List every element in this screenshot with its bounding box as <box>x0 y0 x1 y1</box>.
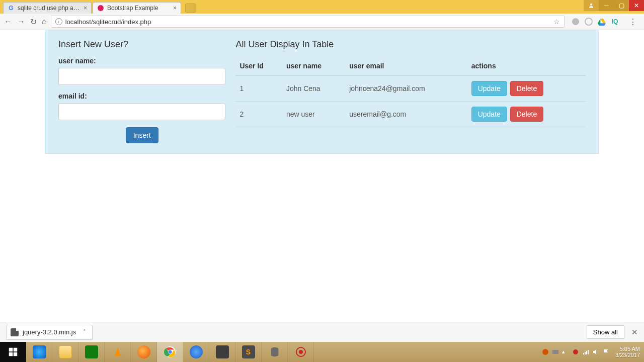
tray-icon[interactable] <box>552 348 559 355</box>
browser-titlebar: G sqlite crud use php and l × Bootstrap … <box>0 0 644 14</box>
cell-name: new user <box>282 102 345 127</box>
cell-id: 1 <box>235 75 282 102</box>
username-input[interactable] <box>58 68 225 85</box>
taskbar-chrome-icon[interactable] <box>157 342 183 362</box>
taskbar-store-icon[interactable] <box>78 342 105 362</box>
bookmark-star-icon[interactable]: ☆ <box>553 18 560 26</box>
col-userid: User Id <box>235 57 282 75</box>
start-button[interactable] <box>0 342 26 362</box>
table-row: 1 John Cena johncena24@gmail.com Update … <box>235 75 586 102</box>
svg-point-9 <box>168 350 172 354</box>
tab-label: Bootstrap Example <box>107 5 171 12</box>
chrome-user-icon[interactable] <box>584 0 599 11</box>
extension-icon[interactable] <box>572 18 580 26</box>
tray-record-icon[interactable] <box>572 348 579 355</box>
form-heading: Insert New User? <box>58 39 225 50</box>
svg-rect-21 <box>588 350 589 354</box>
user-table-section: All User Display In Table User Id user n… <box>230 39 591 143</box>
windows-taskbar: S ▴ 5:05 AM 3/23/2017 <box>0 342 644 362</box>
update-button[interactable]: Update <box>471 107 507 122</box>
download-item[interactable]: jquery-3.2.0.min.js ˄ <box>6 325 93 340</box>
svg-point-1 <box>572 18 579 25</box>
new-tab-button[interactable] <box>185 4 196 13</box>
clock-date: 3/23/2017 <box>615 352 640 358</box>
cell-actions: Update Delete <box>467 75 586 102</box>
taskbar-db-icon[interactable] <box>262 342 288 362</box>
svg-rect-3 <box>9 348 13 352</box>
url-text: localhost/sqlitecrud/index.php <box>65 18 151 26</box>
svg-rect-18 <box>583 353 584 354</box>
svg-point-12 <box>271 354 278 357</box>
email-input[interactable] <box>58 103 225 120</box>
svg-point-17 <box>573 349 578 354</box>
system-clock[interactable]: 5:05 AM 3/23/2017 <box>612 346 640 358</box>
forward-button[interactable]: → <box>17 17 25 26</box>
delete-button[interactable]: Delete <box>510 81 543 96</box>
drive-extension-icon[interactable] <box>598 18 606 26</box>
col-useremail: user email <box>345 57 467 75</box>
minimize-button[interactable]: ─ <box>599 0 614 11</box>
show-all-downloads-button[interactable]: Show all <box>587 325 624 339</box>
svg-rect-4 <box>13 348 17 352</box>
tray-flag-icon[interactable] <box>602 348 609 355</box>
chevron-up-icon[interactable]: ˄ <box>83 329 86 335</box>
tray-up-icon[interactable]: ▴ <box>562 348 569 355</box>
window-close-button[interactable]: ✕ <box>629 0 644 11</box>
tab-label: sqlite crud use php and l <box>18 5 82 12</box>
table-row: 2 new user useremail@g.com Update Delete <box>235 102 586 127</box>
close-icon[interactable]: × <box>84 5 87 12</box>
chrome-menu-icon[interactable]: ⋮ <box>626 17 640 27</box>
reload-button[interactable]: ↻ <box>30 17 37 27</box>
update-button[interactable]: Update <box>471 81 507 96</box>
tray-icon[interactable] <box>542 348 549 355</box>
window-controls: ─ ▢ ✕ <box>584 0 644 11</box>
address-bar[interactable]: i localhost/sqlitecrud/index.php ☆ <box>51 16 565 28</box>
tray-volume-icon[interactable] <box>592 348 599 355</box>
google-favicon: G <box>8 5 15 12</box>
svg-rect-16 <box>552 350 558 354</box>
taskbar-vlc-icon[interactable] <box>105 342 131 362</box>
cell-email: johncena24@gmail.com <box>345 75 467 102</box>
svg-point-15 <box>542 349 548 355</box>
taskbar-ie-icon[interactable] <box>26 342 52 362</box>
tray-network-icon[interactable] <box>582 348 589 355</box>
svg-rect-19 <box>585 352 586 354</box>
close-icon[interactable]: ✕ <box>631 328 638 337</box>
svg-rect-7 <box>114 355 121 356</box>
close-icon[interactable]: × <box>173 5 177 12</box>
clock-time: 5:05 AM <box>615 346 640 352</box>
file-icon <box>11 328 19 336</box>
svg-rect-5 <box>9 352 13 356</box>
browser-tab-2-active[interactable]: Bootstrap Example × <box>93 2 181 14</box>
extension-icon[interactable] <box>585 18 593 26</box>
download-bar: jquery-3.2.0.min.js ˄ Show all ✕ <box>0 322 644 342</box>
email-label: email id: <box>58 92 225 100</box>
browser-tabs: G sqlite crud use php and l × Bootstrap … <box>0 0 196 14</box>
back-button[interactable]: ← <box>4 17 12 26</box>
browser-toolbar: ← → ↻ ⌂ i localhost/sqlitecrud/index.php… <box>0 14 644 30</box>
taskbar-firefox-icon[interactable] <box>131 342 157 362</box>
svg-rect-6 <box>13 352 17 356</box>
insert-button[interactable]: Insert <box>126 127 158 143</box>
download-filename: jquery-3.2.0.min.js <box>23 328 76 336</box>
iq-extension-icon[interactable]: IQ <box>611 18 619 26</box>
home-button[interactable]: ⌂ <box>42 17 47 26</box>
svg-point-0 <box>590 4 592 6</box>
cell-actions: Update Delete <box>467 102 586 127</box>
maximize-button[interactable]: ▢ <box>614 0 629 11</box>
taskbar-record-icon[interactable] <box>288 342 314 362</box>
svg-point-14 <box>299 350 303 354</box>
delete-button[interactable]: Delete <box>510 107 543 122</box>
col-username: user name <box>282 57 345 75</box>
system-tray: ▴ 5:05 AM 3/23/2017 <box>538 346 644 358</box>
site-info-icon[interactable]: i <box>55 18 62 25</box>
browser-tab-1[interactable]: G sqlite crud use php and l × <box>3 2 92 14</box>
taskbar-app-icon[interactable] <box>183 342 209 362</box>
taskbar-sublime-icon[interactable]: S <box>235 342 262 362</box>
taskbar-explorer-icon[interactable] <box>52 342 78 362</box>
insert-user-form: Insert New User? user name: email id: In… <box>53 39 230 143</box>
cell-name: John Cena <box>282 75 345 102</box>
cell-id: 2 <box>235 102 282 127</box>
main-panel: Insert New User? user name: email id: In… <box>45 30 599 154</box>
taskbar-app-icon[interactable] <box>209 342 235 362</box>
